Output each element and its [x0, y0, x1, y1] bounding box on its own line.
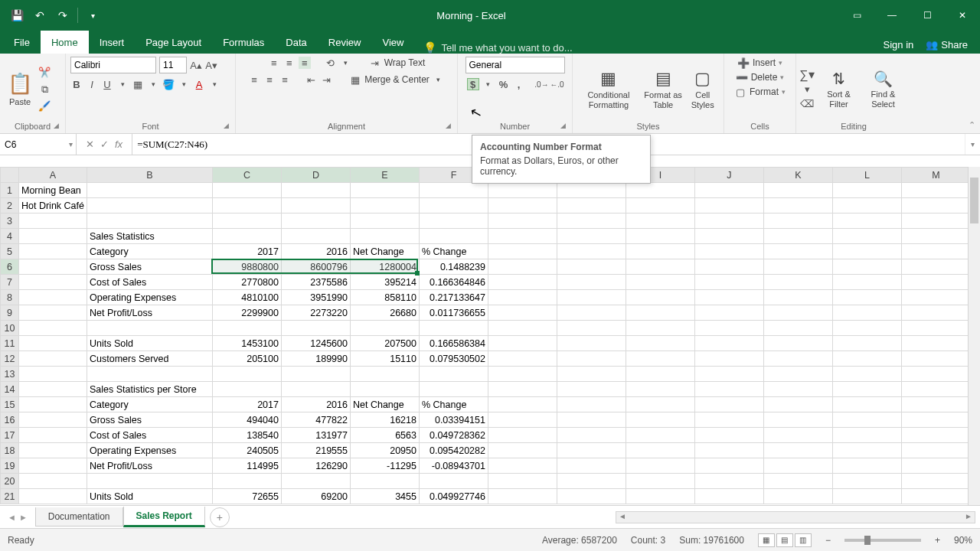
align-center-icon[interactable]: ≡ [263, 73, 276, 86]
cell-K16[interactable] [763, 412, 832, 428]
cell-K3[interactable] [763, 214, 832, 229]
cell-D13[interactable] [281, 367, 350, 382]
cell-A12[interactable] [19, 351, 87, 367]
cell-E2[interactable] [350, 198, 419, 214]
cell-E14[interactable] [350, 382, 419, 397]
cell-D18[interactable]: 219555 [281, 443, 350, 458]
column-header-M[interactable]: M [901, 168, 970, 183]
cell-K9[interactable] [763, 305, 832, 321]
cell-I9[interactable] [626, 305, 694, 321]
cell-A21[interactable] [19, 489, 87, 504]
cell-L20[interactable] [832, 474, 901, 489]
tab-insert[interactable]: Insert [89, 31, 136, 54]
cell-J1[interactable] [694, 183, 763, 198]
cell-B1[interactable] [87, 183, 212, 198]
tab-data[interactable]: Data [275, 31, 317, 54]
view-page-layout-icon[interactable]: ▤ [776, 533, 793, 547]
cell-I15[interactable] [626, 397, 694, 412]
cell-C4[interactable] [212, 229, 281, 244]
cell-E8[interactable]: 858110 [350, 290, 419, 305]
spreadsheet-grid[interactable]: ABCDEFGHIJKLM1Morning Bean2Hot Drink Caf… [0, 167, 980, 505]
row-header-15[interactable]: 15 [1, 397, 19, 412]
cell-I7[interactable] [626, 275, 694, 290]
cell-F13[interactable] [419, 367, 488, 382]
merge-dropdown-icon[interactable]: ▾ [433, 73, 445, 86]
cell-C15[interactable]: 2017 [212, 397, 281, 412]
cell-M13[interactable] [901, 367, 970, 382]
find-select-button[interactable]: 🔍 Find & Select [860, 68, 906, 109]
cell-G4[interactable] [488, 229, 557, 244]
cell-G8[interactable] [488, 290, 557, 305]
cell-D1[interactable] [281, 183, 350, 198]
row-header-6[interactable]: 6 [1, 259, 19, 275]
vertical-scrollbar[interactable] [968, 167, 980, 505]
cell-L1[interactable] [832, 183, 901, 198]
cell-B10[interactable] [87, 321, 212, 336]
cell-D4[interactable] [281, 229, 350, 244]
tab-page-layout[interactable]: Page Layout [135, 31, 212, 54]
cell-E5[interactable]: Net Change [350, 244, 419, 259]
cell-J2[interactable] [694, 198, 763, 214]
cell-C2[interactable] [212, 198, 281, 214]
cell-B21[interactable]: Units Sold [87, 489, 212, 504]
horizontal-scrollbar[interactable] [616, 511, 975, 523]
cell-I11[interactable] [626, 336, 694, 351]
cell-J6[interactable] [694, 259, 763, 275]
bold-icon[interactable]: B [70, 78, 83, 90]
cell-I17[interactable] [626, 428, 694, 443]
cell-I1[interactable] [626, 183, 694, 198]
row-header-5[interactable]: 5 [1, 244, 19, 259]
cell-A18[interactable] [19, 443, 87, 458]
cell-G6[interactable] [488, 259, 557, 275]
cell-K13[interactable] [763, 367, 832, 382]
cell-I20[interactable] [626, 474, 694, 489]
cell-M15[interactable] [901, 397, 970, 412]
cell-F20[interactable] [419, 474, 488, 489]
cell-I10[interactable] [626, 321, 694, 336]
cell-G7[interactable] [488, 275, 557, 290]
cell-E6[interactable]: 1280004 [350, 259, 419, 275]
cell-F1[interactable] [419, 183, 488, 198]
cell-L6[interactable] [832, 259, 901, 275]
cell-I8[interactable] [626, 290, 694, 305]
cell-E9[interactable]: 26680 [350, 305, 419, 321]
cell-B6[interactable]: Gross Sales [87, 259, 212, 275]
name-box[interactable]: ▾ [0, 134, 77, 155]
qat-customize-icon[interactable]: ▾ [82, 5, 103, 26]
cell-K17[interactable] [763, 428, 832, 443]
cell-H7[interactable] [557, 275, 626, 290]
cell-H3[interactable] [557, 214, 626, 229]
maximize-icon[interactable]: ☐ [910, 0, 945, 31]
undo-icon[interactable]: ↶ [29, 5, 51, 26]
cell-E11[interactable]: 207500 [350, 336, 419, 351]
cell-A15[interactable] [19, 397, 87, 412]
cell-B11[interactable]: Units Sold [87, 336, 212, 351]
cell-D11[interactable]: 1245600 [281, 336, 350, 351]
cell-I21[interactable] [626, 489, 694, 504]
cell-B19[interactable]: Net Profit/Loss [87, 458, 212, 474]
font-size-combo[interactable] [159, 57, 187, 73]
tab-review[interactable]: Review [318, 31, 372, 54]
font-color-icon[interactable]: A [193, 78, 205, 90]
cell-H2[interactable] [557, 198, 626, 214]
close-icon[interactable]: ✕ [945, 0, 980, 31]
row-header-10[interactable]: 10 [1, 321, 19, 336]
cell-K7[interactable] [763, 275, 832, 290]
cell-A17[interactable] [19, 428, 87, 443]
cell-K2[interactable] [763, 198, 832, 214]
cell-J13[interactable] [694, 367, 763, 382]
cell-L2[interactable] [832, 198, 901, 214]
cell-E13[interactable] [350, 367, 419, 382]
cell-J21[interactable] [694, 489, 763, 504]
cell-E3[interactable] [350, 214, 419, 229]
cell-G16[interactable] [488, 412, 557, 428]
tab-home[interactable]: Home [41, 31, 89, 54]
cell-E10[interactable] [350, 321, 419, 336]
cell-J12[interactable] [694, 351, 763, 367]
align-bottom-icon[interactable]: ≡ [299, 57, 311, 69]
cell-C20[interactable] [212, 474, 281, 489]
fx-icon[interactable]: fx [115, 139, 122, 150]
cell-D19[interactable]: 126290 [281, 458, 350, 474]
cell-I6[interactable] [626, 259, 694, 275]
cell-F5[interactable]: % Change [419, 244, 488, 259]
